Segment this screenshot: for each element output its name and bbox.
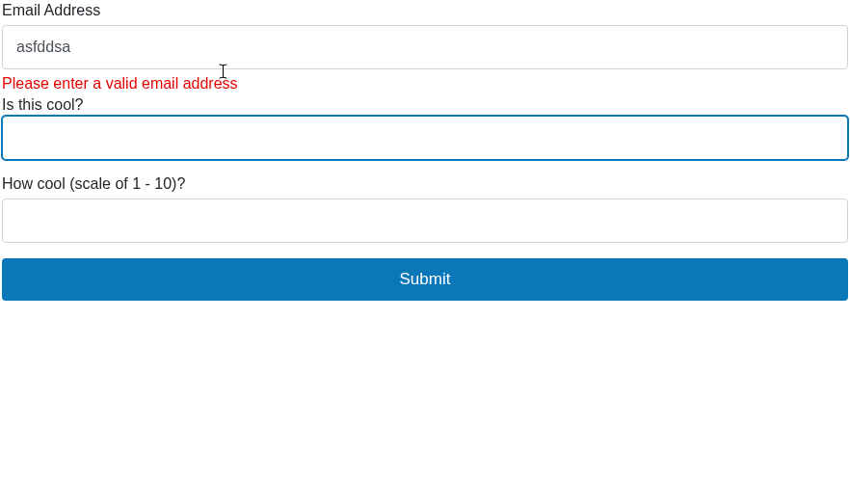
submit-button[interactable]: Submit <box>2 258 848 301</box>
scale-field[interactable] <box>2 199 848 243</box>
email-label: Email Address <box>2 2 848 19</box>
scale-group: How cool (scale of 1 - 10)? <box>2 175 848 243</box>
cool-field[interactable] <box>2 116 848 160</box>
scale-label: How cool (scale of 1 - 10)? <box>2 175 848 193</box>
email-group: Email Address Please enter a valid email… <box>2 2 848 93</box>
email-field[interactable] <box>2 25 848 69</box>
cool-label: Is this cool? <box>2 96 848 114</box>
cool-group: Is this cool? <box>2 96 848 160</box>
email-error: Please enter a valid email address <box>2 75 848 93</box>
